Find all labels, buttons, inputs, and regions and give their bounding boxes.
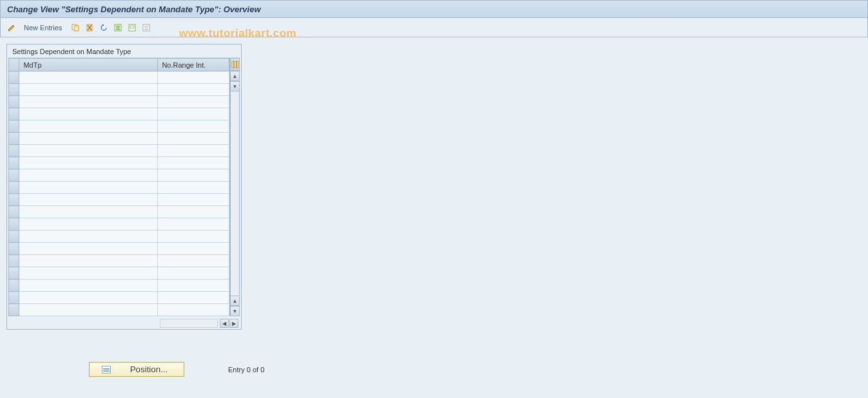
cell-mdtp[interactable] [19,84,158,96]
undo-icon[interactable] [98,22,110,33]
table-row[interactable] [9,84,229,96]
new-entries-button[interactable]: New Entries [20,24,66,32]
row-selector[interactable] [9,84,19,96]
cell-range[interactable] [158,304,229,316]
table-row[interactable] [9,243,229,255]
scroll-down2-icon[interactable]: ▼ [230,306,240,316]
table-settings-icon[interactable] [230,58,240,71]
scroll-left-icon[interactable]: ◀ [220,319,229,328]
table-row[interactable] [9,157,229,169]
cell-mdtp[interactable] [19,280,158,292]
cell-range[interactable] [158,169,229,182]
cell-mdtp[interactable] [19,96,158,108]
table-row[interactable] [9,120,229,133]
cell-mdtp[interactable] [19,157,158,169]
column-header-mdtp[interactable]: MdTp [19,59,158,71]
row-selector-header[interactable] [9,59,19,71]
table-row[interactable] [9,182,229,194]
cell-mdtp[interactable] [19,120,158,133]
table-row[interactable] [9,292,229,304]
table-row[interactable] [9,169,229,182]
row-selector[interactable] [9,304,19,316]
deselect-all-icon[interactable] [140,22,152,33]
row-selector[interactable] [9,255,19,267]
cell-mdtp[interactable] [19,218,158,231]
row-selector[interactable] [9,194,19,206]
cell-mdtp[interactable] [19,71,158,84]
table-row[interactable] [9,194,229,206]
table-row[interactable] [9,231,229,243]
table-row[interactable] [9,71,229,84]
select-all-icon[interactable] [112,22,124,33]
cell-mdtp[interactable] [19,267,158,280]
row-selector[interactable] [9,157,19,169]
cell-range[interactable] [158,267,229,280]
cell-mdtp[interactable] [19,292,158,304]
row-selector[interactable] [9,182,19,194]
table-row[interactable] [9,255,229,267]
scroll-up-icon[interactable]: ▲ [230,71,240,81]
cell-range[interactable] [158,120,229,133]
delete-icon[interactable] [84,22,95,33]
cell-mdtp[interactable] [19,255,158,267]
cell-range[interactable] [158,292,229,304]
cell-range[interactable] [158,96,229,108]
cell-range[interactable] [158,231,229,243]
position-button[interactable]: Position... [89,362,184,377]
cell-range[interactable] [158,194,229,206]
row-selector[interactable] [9,218,19,231]
display-change-toggle-icon[interactable] [6,22,17,33]
cell-range[interactable] [158,255,229,267]
cell-mdtp[interactable] [19,182,158,194]
row-selector[interactable] [9,206,19,218]
row-selector[interactable] [9,292,19,304]
table-row[interactable] [9,218,229,231]
cell-mdtp[interactable] [19,304,158,316]
cell-range[interactable] [158,84,229,96]
cell-mdtp[interactable] [19,169,158,182]
table-row[interactable] [9,206,229,218]
row-selector[interactable] [9,145,19,157]
cell-range[interactable] [158,206,229,218]
cell-mdtp[interactable] [19,133,158,145]
row-selector[interactable] [9,96,19,108]
cell-range[interactable] [158,71,229,84]
table-row[interactable] [9,133,229,145]
column-header-range[interactable]: No.Range Int. [158,59,229,71]
vertical-scrollbar[interactable]: ▲ ▼ ▲ ▼ [229,58,240,316]
cell-mdtp[interactable] [19,243,158,255]
row-selector[interactable] [9,169,19,182]
cell-mdtp[interactable] [19,206,158,218]
row-selector[interactable] [9,120,19,133]
cell-range[interactable] [158,145,229,157]
cell-range[interactable] [158,243,229,255]
table-row[interactable] [9,145,229,157]
cell-range[interactable] [158,157,229,169]
row-selector[interactable] [9,243,19,255]
row-selector[interactable] [9,280,19,292]
row-selector[interactable] [9,108,19,120]
row-selector[interactable] [9,133,19,145]
hscroll-track[interactable] [160,319,218,328]
cell-mdtp[interactable] [19,108,158,120]
table-row[interactable] [9,108,229,120]
scroll-up2-icon[interactable]: ▲ [230,296,240,306]
cell-range[interactable] [158,108,229,120]
cell-range[interactable] [158,218,229,231]
cell-mdtp[interactable] [19,231,158,243]
row-selector[interactable] [9,267,19,280]
table-row[interactable] [9,304,229,316]
copy-as-icon[interactable] [70,22,81,33]
cell-range[interactable] [158,133,229,145]
row-selector[interactable] [9,71,19,84]
select-block-icon[interactable] [126,22,138,33]
cell-range[interactable] [158,182,229,194]
scroll-down-icon[interactable]: ▼ [230,81,240,91]
row-selector[interactable] [9,231,19,243]
cell-mdtp[interactable] [19,194,158,206]
table-row[interactable] [9,267,229,280]
table-row[interactable] [9,280,229,292]
table-row[interactable] [9,96,229,108]
horizontal-scrollbar[interactable]: ◀ ▶ [8,316,240,328]
scroll-right-icon[interactable]: ▶ [229,319,238,328]
